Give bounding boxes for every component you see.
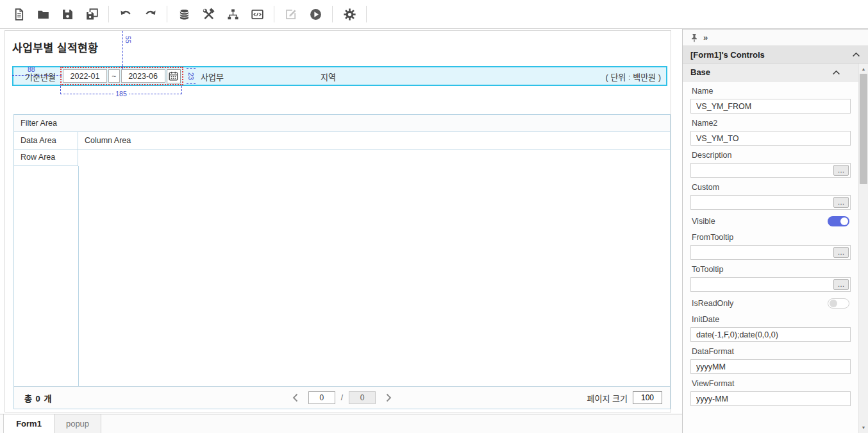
field-label-initdate: InitDate (692, 315, 851, 324)
calendar-button[interactable] (167, 69, 181, 83)
hierarchy-icon (226, 8, 240, 21)
run-button[interactable] (303, 2, 328, 26)
property-name: Name (690, 87, 851, 114)
current-page-input[interactable] (308, 391, 335, 404)
tab-popup[interactable]: popup (54, 414, 101, 433)
build-tools-button[interactable] (196, 2, 221, 26)
field-input-initdate[interactable] (690, 327, 851, 342)
prev-page-button[interactable] (288, 391, 303, 405)
date-range-selection[interactable]: ~ (60, 67, 183, 85)
row-area[interactable]: Row Area (14, 149, 78, 166)
scrollbar-thumb[interactable] (860, 74, 867, 184)
ellipsis-button-custom[interactable]: … (833, 197, 849, 208)
properties-panel: » [Form1]'s Controls Base NameName2Descr… (682, 29, 868, 433)
property-fromtooltip: FromTooltip… (690, 233, 851, 260)
panel-scrollbar[interactable]: ▲ ▼ (858, 64, 868, 433)
toggle-isreadonly[interactable] (828, 298, 849, 309)
toggle-knob (830, 300, 837, 307)
save-all-button[interactable] (79, 2, 104, 26)
database-button[interactable] (172, 2, 196, 26)
scroll-down-icon[interactable]: ▼ (859, 425, 868, 430)
date-to-input[interactable] (121, 69, 165, 83)
field-input-name2[interactable] (690, 131, 851, 146)
field-input-totooltip[interactable] (690, 277, 851, 292)
page-size-group: 페이지 크기 (522, 391, 670, 404)
date-from-input[interactable] (63, 69, 107, 83)
field-label-isreadonly: IsReadOnly (692, 299, 733, 308)
page-size-input[interactable] (633, 391, 662, 404)
toolbar-divider (274, 6, 274, 22)
data-area[interactable]: Data Area (14, 132, 78, 149)
toolbar-divider (366, 6, 367, 22)
chevron-up-icon[interactable] (852, 52, 860, 57)
column-area[interactable]: Column Area (78, 132, 670, 149)
field-input-name[interactable] (690, 99, 851, 114)
design-canvas: 사업부별 실적현황 55 88 기준년월 ~ (0, 29, 682, 433)
guide-label-185: 185 (113, 90, 129, 98)
redo-button[interactable] (138, 2, 162, 26)
new-file-icon (12, 8, 26, 21)
dept-label: 사업부 (201, 71, 224, 83)
code-editor-button[interactable] (245, 2, 269, 26)
undo-button[interactable] (113, 2, 138, 26)
pivot-footer: 총 0 개 / (14, 386, 670, 409)
collapse-panel-icon[interactable]: » (703, 33, 708, 42)
toggle-visible[interactable] (828, 216, 849, 226)
chevron-up-icon[interactable] (832, 70, 840, 75)
ellipsis-button-fromtooltip[interactable]: … (833, 247, 849, 258)
property-name2: Name2 (690, 119, 851, 146)
hierarchy-button[interactable] (221, 2, 245, 26)
date-separator: ~ (108, 69, 120, 83)
total-pages-field (349, 391, 376, 404)
field-input-viewformat[interactable] (690, 391, 851, 406)
ellipsis-button-description[interactable]: … (833, 165, 849, 176)
run-icon (309, 8, 322, 21)
field-input-custom[interactable] (690, 195, 851, 210)
scroll-up-icon[interactable]: ▲ (859, 67, 868, 71)
field-label-name: Name (692, 87, 851, 96)
filter-bar: 88 기준년월 ~ (12, 66, 667, 86)
calendar-icon (168, 71, 179, 81)
property-custom: Custom… (690, 183, 851, 210)
field-input-fromtooltip[interactable] (690, 245, 851, 260)
panel-fields: NameName2Description…Custom…VisibleFromT… (683, 81, 858, 433)
new-file-button[interactable] (6, 2, 31, 26)
total-count-label: 총 0 개 (14, 392, 162, 404)
property-viewformat: ViewFormat (690, 379, 851, 406)
form-page: 사업부별 실적현황 55 88 기준년월 ~ (4, 30, 671, 412)
save-all-icon (85, 8, 99, 21)
field-label-description: Description (692, 151, 851, 160)
build-tools-icon (202, 8, 215, 21)
main-area: 사업부별 실적현황 55 88 기준년월 ~ (0, 29, 868, 433)
edit-icon (285, 8, 298, 21)
field-input-description[interactable] (690, 163, 851, 178)
save-button[interactable] (55, 2, 79, 26)
tab-form1[interactable]: Form1 (3, 414, 54, 433)
chevron-right-icon (386, 393, 392, 402)
field-label-visible: Visible (692, 217, 715, 226)
pivot-column-divider (78, 166, 79, 387)
next-page-button[interactable] (381, 391, 396, 405)
toggle-knob (840, 217, 848, 225)
chevron-left-icon (292, 393, 298, 402)
settings-button[interactable] (337, 2, 362, 26)
field-input-dataformat[interactable] (690, 359, 851, 374)
edit-button (279, 2, 303, 26)
pin-icon[interactable] (690, 33, 698, 42)
toolbar-divider (332, 6, 333, 22)
ellipsis-button-totooltip[interactable]: … (833, 279, 849, 290)
page-title: 사업부별 실적현황 (12, 39, 98, 55)
height-measure-bracket: 23 (187, 68, 196, 84)
region-label: 지역 (321, 71, 336, 83)
unit-label: ( 단위 : 백만원 ) (605, 71, 661, 83)
controls-header[interactable]: [Form1]'s Controls (683, 46, 868, 64)
field-label-viewformat: ViewFormat (692, 379, 851, 388)
section-base-header[interactable]: Base (683, 64, 858, 81)
filter-label: 기준년월 (25, 71, 56, 83)
toolbar-divider (167, 6, 167, 22)
page-size-label: 페이지 크기 (587, 392, 628, 404)
field-label-totooltip: ToTooltip (692, 265, 851, 274)
filter-area[interactable]: Filter Area (14, 115, 670, 132)
open-folder-button[interactable] (31, 2, 55, 26)
width-measure-bracket: 185 (60, 86, 182, 94)
